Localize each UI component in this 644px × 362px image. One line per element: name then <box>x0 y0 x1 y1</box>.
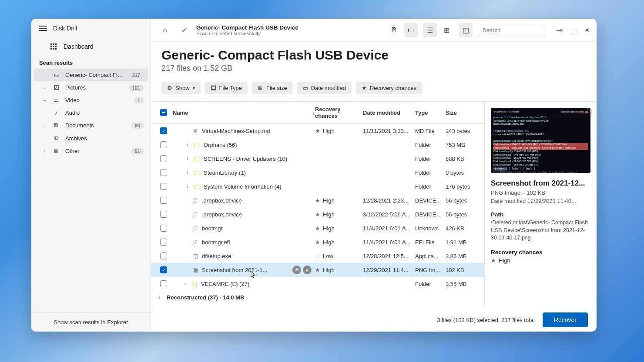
table-row[interactable]: ›🗀System Volume Information (4) Folder 1… <box>151 179 484 193</box>
folder-icon[interactable]: 🗀 <box>404 23 418 37</box>
table-row[interactable]: ›🗀Orphans (56) Folder 753 MB <box>151 138 484 152</box>
row-checkbox[interactable] <box>160 225 167 232</box>
row-checkbox[interactable] <box>160 280 167 287</box>
details-pane: ⧉ ⊕ Activities ▫ Terminaldashdan@nothank… <box>484 102 597 308</box>
row-checkbox[interactable] <box>160 211 167 218</box>
sidebar-item-6[interactable]: ›🗎Other51 <box>34 145 148 157</box>
row-checkbox[interactable] <box>160 141 167 148</box>
filter-filetype[interactable]: 🖼File Type <box>205 82 248 94</box>
preview-icon[interactable]: 👁 <box>292 266 301 274</box>
folder-icon: 🗀 <box>194 141 200 149</box>
page-title: Generic- Compact Flash USB Device <box>161 48 586 63</box>
sidebar-section-label: Scan results <box>31 55 151 69</box>
panel-toggle-icon[interactable]: ◫ <box>459 23 473 37</box>
star-icon: ★ <box>315 211 320 218</box>
check-icon[interactable]: ✔ <box>177 23 191 37</box>
row-checkbox[interactable] <box>160 183 167 190</box>
details-recovery-value: ★High <box>491 257 590 264</box>
sidebar-item-icon: 🗎 <box>52 122 60 129</box>
filter-show[interactable]: ⚙Show▾ <box>161 82 201 94</box>
star-icon: ★ <box>315 239 320 246</box>
footer: 3 files (102 KB) selected, 217 files tot… <box>151 308 597 332</box>
row-checkbox[interactable]: ✓ <box>160 266 167 273</box>
hex-icon[interactable]: # <box>303 266 312 274</box>
show-in-explorer-button[interactable]: Show scan results in Explorer <box>31 312 151 332</box>
star-icon: ★ <box>315 225 320 232</box>
main: ⌂ ✔ Generic- Compact Flash USB Device Sc… <box>151 19 597 332</box>
details-path: \Deleted or lost\Generic- Compact Flash … <box>491 219 590 242</box>
table-row[interactable]: 🗎bootmgr.efi ★High 11/4/2021 6:01 A... E… <box>151 235 484 249</box>
col-size[interactable]: Size <box>446 110 478 116</box>
file-icon: 🗎 <box>192 197 198 204</box>
preview-thumbnail[interactable]: ⊕ Activities ▫ Terminaldashdan@nothanks … <box>491 108 590 173</box>
file-icon: 🗎 <box>192 211 198 218</box>
col-recovery[interactable]: Recovery chances <box>315 106 363 119</box>
chevron-right-icon[interactable]: › <box>185 184 190 189</box>
sidebar-item-icon: 🖼 <box>52 84 60 91</box>
row-checkbox[interactable]: ✓ <box>160 127 167 134</box>
row-checkbox[interactable] <box>160 155 167 162</box>
star-icon: ★ <box>315 128 320 134</box>
col-type[interactable]: Type <box>415 110 446 116</box>
sidebar-item-0[interactable]: ⛀Generic- Compact Flash...217 <box>34 69 148 81</box>
chevron-right-icon[interactable]: › <box>185 143 190 147</box>
table-row[interactable]: ✓ 🗎Virtual-Machines-Setup.md ★High 11/11… <box>151 124 484 138</box>
grid-view-icon[interactable]: ⊞ <box>439 23 453 37</box>
sidebar-item-icon: ⛀ <box>52 72 60 78</box>
sidebar-item-3[interactable]: ♪Audio <box>34 106 148 119</box>
minimize-button[interactable]: — <box>557 27 562 33</box>
sidebar-item-icon: ▭ <box>52 97 60 103</box>
col-name[interactable]: Name <box>173 110 188 116</box>
table-row[interactable]: 🗎.dropbox.device ★High 3/12/2022 5:06 A.… <box>151 207 484 221</box>
sidebar-item-4[interactable]: ›🗎Documents64 <box>34 119 148 132</box>
table-row[interactable]: ›🗀VEEAMRE (E) (27) Folder 3.55 MB <box>151 277 484 291</box>
table-row[interactable]: 🗎.dropbox.device ★High 12/28/2021 2:23..… <box>151 193 484 207</box>
row-checkbox[interactable] <box>160 169 167 176</box>
details-path-label: Path <box>491 211 590 218</box>
list-view-icon[interactable]: ☰ <box>423 23 437 37</box>
maximize-button[interactable]: □ <box>572 27 575 33</box>
row-checkbox[interactable] <box>160 239 167 246</box>
details-date: Date modified 12/29/2021 11:40... <box>491 198 590 204</box>
sidebar-item-icon: ⧉ <box>52 135 60 142</box>
file-table: Name↓ Recovery chances Date modified Typ… <box>151 102 484 308</box>
table-row[interactable]: ✓ ▣Screenshot from 2021-1...👁# ★High 12/… <box>151 263 484 277</box>
sidebar-item-icon: ♪ <box>52 110 60 116</box>
filter-recovery[interactable]: ★Recovery chances <box>356 82 422 94</box>
table-row[interactable]: 🗎bootmgr ★High 11/4/2021 6:01 A... Unkno… <box>151 221 484 235</box>
filter-datemod[interactable]: ▭Date modified <box>297 82 352 94</box>
filter-filesize[interactable]: 🗎File size <box>252 82 293 94</box>
external-link-icon[interactable]: ⧉ <box>587 107 591 115</box>
group-reconstructed[interactable]: › Reconstructed (37) - 14.0 MB <box>151 291 484 304</box>
star-icon: ★ <box>315 197 320 204</box>
chevron-right-icon[interactable]: › <box>185 170 190 175</box>
chevron-right-icon[interactable]: › <box>182 282 188 286</box>
file-icon: ▣ <box>192 266 198 273</box>
table-row[interactable]: ◫dfsetup.exe ☆Low 12/28/2021 12:5... App… <box>151 249 484 263</box>
file-icon: ◫ <box>192 252 198 259</box>
search-input[interactable]: ⌕ <box>478 24 545 36</box>
sidebar-dashboard[interactable]: Dashboard <box>31 38 151 55</box>
sidebar: Disk Drill Dashboard Scan results ⛀Gener… <box>31 19 151 332</box>
home-icon[interactable]: ⌂ <box>158 23 172 37</box>
sidebar-item-5[interactable]: ⧉Archives <box>34 132 148 145</box>
dashboard-icon <box>50 43 57 50</box>
sidebar-item-2[interactable]: –▭Video1 <box>34 94 148 106</box>
table-row[interactable]: ›🗀SteamLibrary (1) Folder 0 bytes <box>151 166 484 179</box>
close-button[interactable]: ✕ <box>585 27 590 33</box>
filter-row: ⚙Show▾ 🖼File Type 🗎File size ▭Date modif… <box>151 77 597 101</box>
sidebar-item-1[interactable]: ›🖼Pictures101 <box>34 81 148 94</box>
chevron-right-icon[interactable]: › <box>185 156 190 161</box>
row-checkbox[interactable] <box>160 252 167 259</box>
row-checkbox[interactable] <box>160 197 167 204</box>
hamburger-icon[interactable] <box>39 26 47 31</box>
app-title: Disk Drill <box>53 25 77 32</box>
topbar: ⌂ ✔ Generic- Compact Flash USB Device Sc… <box>151 19 597 42</box>
table-row[interactable]: ›🗀SCREENS - Driver Updaters (10) Folder … <box>151 152 484 166</box>
recover-button[interactable]: Recover <box>543 312 588 327</box>
folder-icon: 🗀 <box>194 169 200 176</box>
select-all-checkbox[interactable] <box>160 109 167 116</box>
file-icon[interactable]: 🗎 <box>387 23 401 37</box>
page-subtitle: 217 files on 1.52 GB <box>161 64 586 73</box>
col-date[interactable]: Date modified <box>363 110 415 116</box>
